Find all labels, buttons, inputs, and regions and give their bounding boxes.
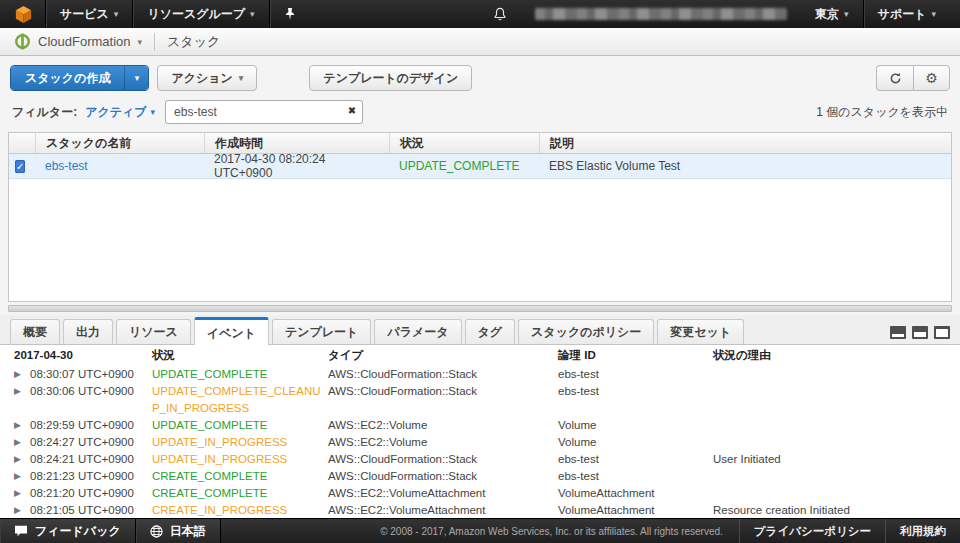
event-status: CREATE_COMPLETE [152, 468, 328, 485]
stack-table-row[interactable]: ✓ ebs-test 2017-04-30 08:20:24 UTC+0900 … [9, 154, 951, 179]
events-table: 2017-04-30 状況 タイプ 論理 ID 状況の理由 ▶ 08:30:07… [0, 345, 960, 519]
feedback-button[interactable]: フィードバック [0, 519, 136, 543]
expand-row-icon[interactable]: ▶ [14, 383, 30, 400]
header-status[interactable]: 状況 [389, 133, 539, 153]
stacks-table: スタックの名前 作成時間 状況 説明 ✓ ebs-test 2017-04-30… [8, 132, 952, 302]
select-all-header-cell [9, 133, 35, 153]
header-event-status: 状況 [152, 347, 328, 364]
tab-template[interactable]: テンプレート [272, 319, 371, 344]
expand-row-icon[interactable]: ▶ [14, 366, 30, 383]
event-row: ▶ 08:21:23 UTC+0900 CREATE_COMPLETE AWS:… [0, 468, 960, 485]
support-label: サポート [878, 6, 927, 23]
region-menu[interactable]: 東京 ▾ [801, 0, 863, 28]
filter-label: フィルター: [12, 104, 77, 121]
event-type: AWS::EC2::VolumeAttachment [328, 485, 558, 502]
expand-row-icon[interactable]: ▶ [14, 468, 30, 485]
speech-bubble-icon [14, 525, 28, 537]
event-type: AWS::CloudFormation::Stack [328, 366, 558, 383]
cloudformation-icon [14, 33, 31, 50]
services-label: サービス [60, 6, 109, 23]
design-template-button[interactable]: テンプレートのデザイン [309, 65, 472, 91]
expand-row-icon[interactable]: ▶ [14, 485, 30, 502]
clear-search-icon[interactable]: ✖ [348, 105, 356, 116]
globe-icon [150, 525, 163, 538]
aws-logo[interactable] [14, 0, 45, 28]
header-event-date: 2017-04-30 [14, 347, 152, 364]
terms-link[interactable]: 利用規約 [885, 519, 960, 543]
language-button[interactable]: 日本語 [136, 519, 221, 543]
header-stack-name[interactable]: スタックの名前 [35, 133, 204, 153]
expand-row-icon[interactable]: ▶ [14, 502, 30, 519]
account-menu[interactable] [521, 0, 801, 28]
stack-search-input[interactable] [165, 100, 363, 124]
account-name-redacted [535, 8, 787, 20]
event-time: 08:30:07 UTC+0900 [30, 366, 152, 383]
tab-change-sets[interactable]: 変更セット [657, 319, 744, 344]
nav-resource-groups-menu[interactable]: リソースグループ ▾ [133, 0, 268, 28]
event-row: ▶ 08:30:06 UTC+0900 UPDATE_COMPLETE_CLEA… [0, 383, 960, 417]
event-logical-id: VolumeAttachment [558, 485, 713, 502]
event-status: UPDATE_COMPLETE [152, 417, 328, 434]
top-navbar-left: サービス ▾ リソースグループ ▾ [14, 0, 310, 28]
event-status: UPDATE_COMPLETE_CLEANUP_IN_PROGRESS [152, 383, 328, 417]
event-row: ▶ 08:29:59 UTC+0900 UPDATE_COMPLETE AWS:… [0, 417, 960, 434]
tab-outputs[interactable]: 出力 [63, 319, 113, 344]
stacks-table-header: スタックの名前 作成時間 状況 説明 [9, 133, 951, 154]
header-created-time[interactable]: 作成時間 [204, 133, 389, 153]
event-time: 08:29:59 UTC+0900 [30, 417, 152, 434]
create-stack-dropdown-button[interactable]: ▾ [124, 66, 148, 90]
row-checkbox[interactable]: ✓ [15, 160, 25, 173]
language-label: 日本語 [170, 523, 206, 540]
cloudformation-service-menu[interactable]: CloudFormation ▾ [14, 33, 154, 50]
pane-splitter-handle[interactable] [8, 305, 952, 312]
event-time: 08:21:20 UTC+0900 [30, 485, 152, 502]
tab-parameters[interactable]: パラメータ [374, 319, 461, 344]
create-stack-button[interactable]: スタックの作成 [11, 66, 124, 90]
refresh-button[interactable] [876, 65, 913, 91]
tab-stack-policy[interactable]: スタックのポリシー [518, 319, 654, 344]
expand-row-icon[interactable]: ▶ [14, 451, 30, 468]
event-time: 08:24:27 UTC+0900 [30, 434, 152, 451]
panel-minimize-icon[interactable] [890, 326, 906, 339]
events-table-header: 2017-04-30 状況 タイプ 論理 ID 状況の理由 [0, 345, 960, 366]
expand-row-icon[interactable]: ▶ [14, 417, 30, 434]
event-row: ▶ 08:24:21 UTC+0900 UPDATE_IN_PROGRESS A… [0, 451, 960, 468]
event-logical-id: Volume [558, 434, 713, 451]
tab-resources[interactable]: リソース [116, 319, 191, 344]
panel-split-icon[interactable] [912, 326, 928, 339]
support-menu[interactable]: サポート ▾ [864, 0, 950, 28]
event-row: ▶ 08:21:20 UTC+0900 CREATE_COMPLETE AWS:… [0, 485, 960, 502]
event-status: UPDATE_IN_PROGRESS [152, 434, 328, 451]
event-row: ▶ 08:21:05 UTC+0900 CREATE_IN_PROGRESS A… [0, 502, 960, 519]
toolbar-right-group: ⚙ [876, 65, 950, 91]
tab-tags[interactable]: タグ [465, 319, 516, 344]
event-logical-id: ebs-test [558, 366, 713, 383]
expand-row-icon[interactable]: ▶ [14, 434, 30, 451]
tab-events[interactable]: イベント [194, 317, 269, 345]
status-filter-dropdown[interactable]: アクティブ ▾ [85, 104, 155, 121]
privacy-policy-link[interactable]: プライバシーポリシー [739, 519, 885, 543]
pin-shortcut-button[interactable] [270, 0, 310, 28]
event-logical-id: VolumeAttachment [558, 502, 713, 519]
design-template-label: テンプレートのデザイン [323, 70, 458, 87]
header-description[interactable]: 説明 [539, 133, 951, 153]
actions-button[interactable]: アクション ▾ [157, 65, 257, 91]
panel-maximize-icon[interactable] [934, 326, 950, 339]
search-box: ✖ [165, 100, 363, 124]
tab-overview[interactable]: 概要 [10, 319, 60, 344]
notifications-bell-button[interactable] [479, 0, 521, 28]
event-time: 08:21:23 UTC+0900 [30, 468, 152, 485]
settings-button[interactable]: ⚙ [913, 65, 950, 91]
stack-name-link[interactable]: ebs-test [45, 159, 88, 173]
region-label: 東京 [815, 6, 839, 23]
stacks-table-body: ✓ ebs-test 2017-04-30 08:20:24 UTC+0900 … [9, 154, 951, 179]
nav-services-menu[interactable]: サービス ▾ [46, 0, 132, 28]
event-logical-id: ebs-test [558, 468, 713, 485]
chevron-down-icon: ▾ [135, 73, 140, 83]
event-time: 08:21:05 UTC+0900 [30, 502, 152, 519]
service-name: CloudFormation [38, 34, 131, 49]
footer-bar: フィードバック 日本語 © 2008 - 2017, Amazon Web Se… [0, 518, 960, 543]
event-type: AWS::EC2::Volume [328, 417, 558, 434]
actions-label: アクション [171, 70, 232, 87]
gear-icon: ⚙ [925, 70, 938, 86]
